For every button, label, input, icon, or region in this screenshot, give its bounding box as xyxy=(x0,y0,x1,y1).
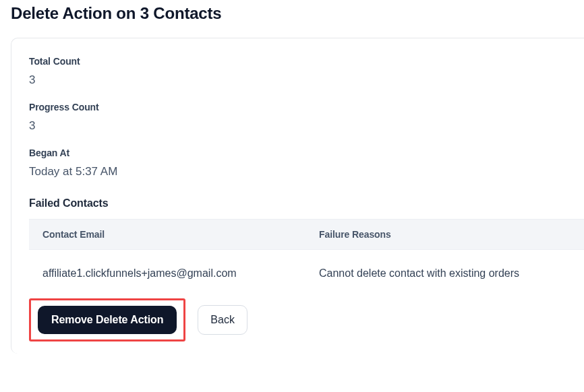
table-row: affiliate1.clickfunnels+james@gmail.com … xyxy=(29,250,584,294)
back-button[interactable]: Back xyxy=(198,305,247,335)
failed-contacts-table: Contact Email Failure Reasons affiliate1… xyxy=(29,219,584,294)
began-at-value: Today at 5:37 AM xyxy=(29,165,584,178)
progress-count-value: 3 xyxy=(29,119,584,133)
highlight-box: Remove Delete Action xyxy=(29,298,185,341)
progress-count-field: Progress Count 3 xyxy=(29,102,584,133)
total-count-value: 3 xyxy=(29,73,584,87)
actions-row: Remove Delete Action Back xyxy=(29,298,584,341)
table-header: Contact Email Failure Reasons xyxy=(29,219,584,250)
page-title: Delete Action on 3 Contacts xyxy=(0,0,584,38)
column-contact-email: Contact Email xyxy=(42,229,319,240)
remove-delete-action-button[interactable]: Remove Delete Action xyxy=(38,306,177,334)
began-at-label: Began At xyxy=(29,148,584,158)
cell-contact-email: affiliate1.clickfunnels+james@gmail.com xyxy=(42,267,319,280)
cell-failure-reason: Cannot delete contact with existing orde… xyxy=(319,267,584,280)
began-at-field: Began At Today at 5:37 AM xyxy=(29,148,584,178)
progress-count-label: Progress Count xyxy=(29,102,584,112)
failed-contacts-heading: Failed Contacts xyxy=(29,197,584,209)
summary-card: Total Count 3 Progress Count 3 Began At … xyxy=(11,38,584,354)
total-count-label: Total Count xyxy=(29,56,584,67)
total-count-field: Total Count 3 xyxy=(29,56,584,87)
column-failure-reasons: Failure Reasons xyxy=(319,229,584,240)
